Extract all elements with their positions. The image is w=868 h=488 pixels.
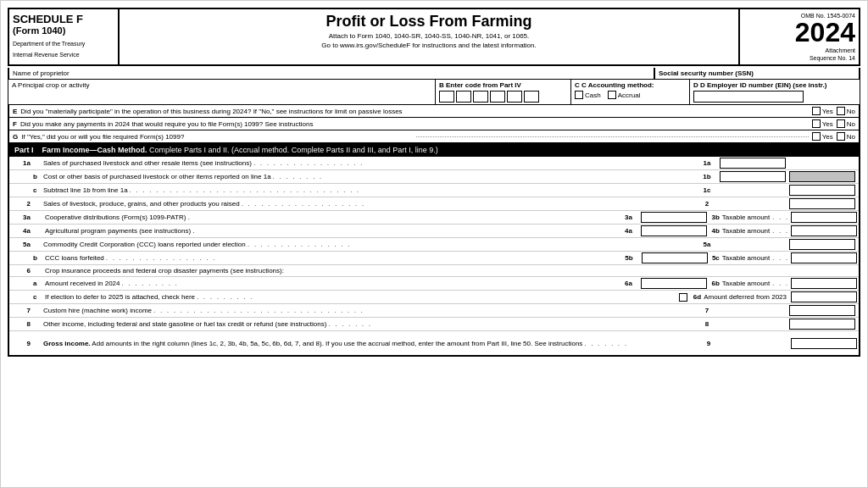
ssn-label: Social security number (SSN)	[659, 69, 754, 77]
e-yes-no: Yes No	[812, 107, 855, 115]
g-yes[interactable]: Yes	[812, 132, 833, 141]
line-1b-sub: b	[33, 173, 43, 180]
line-9-right-box[interactable]	[791, 338, 857, 349]
col-c-label: C C Accounting method:	[575, 81, 686, 89]
line-6a-box[interactable]	[641, 278, 707, 289]
row-f: F Did you make any payments in 2024 that…	[9, 118, 859, 130]
g-yes-no: Yes No	[812, 132, 855, 141]
e-text: Did you "materially participate" in the …	[20, 108, 811, 115]
form-title-block: Profit or Loss From Farming Attach to Fo…	[120, 9, 740, 64]
code-box-3[interactable]	[473, 91, 488, 103]
line-5b-ref: 5b	[618, 254, 640, 262]
g-yes-checkbox[interactable]	[812, 132, 821, 141]
line-5c-box[interactable]	[791, 252, 857, 263]
line-5a-num: 5a	[9, 241, 33, 248]
line-6-num: 6	[9, 267, 33, 274]
col-d-label: D D Employer ID number (EIN) (see instr.…	[693, 81, 856, 89]
name-field[interactable]: Name of proprietor	[9, 68, 655, 79]
line-2-right-box[interactable]	[789, 198, 855, 209]
line-6c-sub: c	[33, 293, 43, 301]
line-4a-box[interactable]	[641, 225, 707, 236]
e-yes-checkbox[interactable]	[812, 107, 821, 115]
part1-header: Part I Farm Income—Cash Method. Complete…	[8, 143, 860, 157]
line-6-header: 6 Crop insurance proceeds and federal cr…	[9, 265, 859, 277]
line-6d-label: 6d	[693, 293, 701, 301]
line-1c-sub: c	[33, 186, 43, 194]
line-4b-box[interactable]	[791, 225, 857, 236]
g-no[interactable]: No	[837, 132, 855, 141]
line-8-ref: 8	[696, 320, 718, 328]
cash-option[interactable]: Cash	[575, 91, 601, 99]
line-6d-box[interactable]	[791, 291, 857, 302]
code-box-2[interactable]	[456, 91, 471, 103]
line-1a: 1a Sales of purchased livestock and othe…	[9, 157, 859, 170]
subtitle1: Attach to Form 1040, 1040-SR, 1040-SS, 1…	[123, 32, 735, 40]
f-no-checkbox[interactable]	[837, 119, 845, 128]
f-yes[interactable]: Yes	[812, 119, 833, 128]
line-3a-box[interactable]	[641, 212, 707, 223]
code-box-4[interactable]	[490, 91, 505, 103]
line-3a: 3a Cooperative distributions (Form(s) 10…	[9, 211, 859, 225]
e-no[interactable]: No	[837, 107, 855, 115]
e-yes[interactable]: Yes	[812, 107, 833, 115]
code-box-6[interactable]	[524, 91, 539, 103]
line-6d-text: Amount deferred from 2023	[704, 293, 787, 301]
col-d: D D Employer ID number (EIN) (see instr.…	[690, 80, 860, 104]
line-4a-desc: Agricultural program payments (see instr…	[43, 227, 617, 235]
line-6b-box[interactable]	[791, 278, 857, 289]
cash-checkbox[interactable]	[575, 91, 583, 99]
line-1c: c Subtract line 1b from line 1a . . . . …	[9, 184, 859, 197]
line-5a-right-box[interactable]	[789, 239, 855, 250]
code-box-5[interactable]	[507, 91, 522, 103]
line-6c: c If election to defer to 2025 is attach…	[9, 291, 859, 304]
defer-checkbox[interactable]	[679, 293, 687, 302]
e-no-label: No	[847, 108, 855, 115]
col-b: B Enter code from Part IV	[436, 80, 571, 104]
part1-description: Complete Parts I and II. (Accrual method…	[149, 146, 438, 154]
subtitle2: Go to www.irs.gov/ScheduleF for instruct…	[123, 42, 735, 49]
line-1c-right-box[interactable]	[789, 185, 855, 196]
line-8-right-box[interactable]	[789, 319, 855, 330]
line-6a-ref: 6a	[617, 280, 639, 287]
part1-title: Farm Income—Cash Method.	[42, 146, 147, 154]
line-6a: a Amount received in 2024 . . . . . . . …	[9, 277, 859, 291]
line-5a: 5a Commodity Credit Corporation (CCC) lo…	[9, 238, 859, 252]
omb-block: OMB No. 1545-0074 2024 Attachment Sequen…	[740, 9, 859, 64]
f-no[interactable]: No	[837, 119, 855, 128]
e-label: E	[13, 108, 17, 115]
accrual-checkbox[interactable]	[608, 91, 616, 99]
f-yes-checkbox[interactable]	[812, 119, 821, 128]
g-text: If "Yes," did you or will you file requi…	[21, 133, 413, 141]
accrual-option[interactable]: Accrual	[608, 91, 641, 99]
lines-section: 1a Sales of purchased livestock and othe…	[8, 157, 860, 357]
ssn-field[interactable]: Social security number (SSN)	[655, 68, 859, 79]
col-a[interactable]: A Principal crop or activity	[8, 80, 436, 104]
g-no-checkbox[interactable]	[837, 132, 845, 141]
line-4a-ref: 4a	[617, 227, 639, 235]
e-no-checkbox[interactable]	[837, 107, 845, 115]
line-1b-ref: 1b	[696, 173, 718, 180]
accrual-label: Accrual	[618, 92, 641, 99]
ein-box[interactable]	[693, 91, 804, 103]
line-5b-box[interactable]	[642, 252, 708, 263]
form-number: (Form 1040)	[13, 25, 114, 36]
abcd-row: A Principal crop or activity B Enter cod…	[8, 80, 860, 105]
line-8: 8 Other income, including federal and st…	[9, 318, 859, 331]
g-label: G	[13, 133, 18, 141]
line-3b-text: Taxable amount	[722, 214, 770, 221]
line-1b: b Cost or other basis of purchased lives…	[9, 170, 859, 184]
line-5b-desc: CCC loans forfeited . . . . . . . . . . …	[43, 254, 618, 262]
row-g: G If "Yes," did you or will you file req…	[9, 130, 859, 143]
line-7: 7 Custom hire (machine work) income . . …	[9, 304, 859, 318]
line-7-ref: 7	[696, 307, 718, 314]
line-1b-box[interactable]	[720, 171, 786, 182]
line-8-num: 8	[9, 320, 33, 328]
line-3b-box[interactable]	[791, 212, 857, 223]
line-9-bold: Gross income.	[43, 340, 91, 347]
line-5b: b CCC loans forfeited . . . . . . . . . …	[9, 252, 859, 265]
line-1a-box[interactable]	[720, 158, 786, 169]
code-box-1[interactable]	[439, 91, 454, 103]
line-1c-ref: 1c	[696, 186, 718, 194]
line-7-right-box[interactable]	[789, 305, 855, 316]
line-1a-desc: Sales of purchased livestock and other r…	[43, 159, 696, 167]
